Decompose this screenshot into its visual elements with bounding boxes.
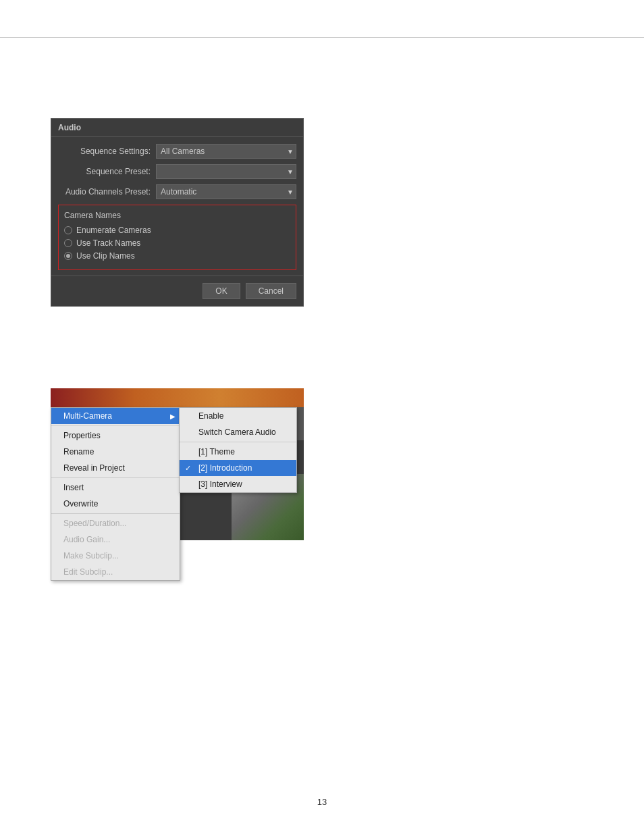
- interview-label: [3] Interview: [198, 479, 242, 489]
- context-submenu: Enable Switch Camera Audio [1] Theme ✓ […: [179, 407, 297, 493]
- context-menu-properties[interactable]: Properties: [51, 427, 180, 444]
- submenu-interview[interactable]: [3] Interview: [180, 476, 296, 492]
- context-menu-edit-subclip: Edit Subclip...: [51, 564, 180, 580]
- context-menu-overwrite[interactable]: Overwrite: [51, 496, 180, 512]
- reveal-in-project-label: Reveal in Project: [63, 463, 125, 473]
- audio-channels-select[interactable]: Automatic: [156, 184, 296, 199]
- enable-label: Enable: [198, 411, 223, 421]
- context-menu-multi-camera[interactable]: ▶ Multi-Camera: [51, 408, 180, 424]
- context-menu-reveal-in-project[interactable]: Reveal in Project: [51, 460, 180, 476]
- top-border: [0, 37, 644, 38]
- context-menu-divider-1: [51, 425, 180, 426]
- introduction-label: [2] Introduction: [198, 463, 252, 473]
- context-menu-audio-gain: Audio Gain...: [51, 531, 180, 548]
- context-menu-make-subclip: Make Subclip...: [51, 548, 180, 564]
- edit-subclip-label: Edit Subclip...: [63, 567, 113, 577]
- sequence-preset-label: Sequence Preset:: [58, 167, 156, 176]
- page-number: 13: [317, 797, 327, 807]
- timeline-top-bar: [51, 388, 304, 407]
- switch-camera-audio-label: Switch Camera Audio: [198, 427, 276, 437]
- context-menu-divider-2: [51, 477, 180, 478]
- radio-use-track-names-btn[interactable]: [64, 239, 72, 247]
- radio-enumerate-cameras[interactable]: Enumerate Cameras: [64, 226, 290, 235]
- context-menu-divider-3: [51, 513, 180, 514]
- submenu-introduction[interactable]: ✓ [2] Introduction: [180, 460, 296, 476]
- radio-use-clip-names[interactable]: Use Clip Names: [64, 251, 290, 261]
- submenu-enable[interactable]: Enable: [180, 408, 296, 424]
- radio-use-clip-names-btn[interactable]: [64, 252, 72, 260]
- sequence-settings-label: Sequence Settings:: [58, 147, 156, 156]
- cancel-button[interactable]: Cancel: [246, 283, 296, 299]
- theme-label: [1] Theme: [198, 447, 235, 457]
- speed-duration-label: Speed/Duration...: [63, 519, 126, 528]
- sequence-settings-select[interactable]: All Cameras: [156, 144, 296, 159]
- overwrite-label: Overwrite: [63, 499, 98, 509]
- radio-use-track-names-label: Use Track Names: [76, 238, 140, 248]
- sequence-preset-select[interactable]: [156, 164, 296, 179]
- multi-camera-label: Multi-Camera: [63, 411, 112, 421]
- audio-dialog-footer: OK Cancel: [51, 276, 303, 306]
- ok-button[interactable]: OK: [203, 283, 240, 299]
- context-menu-speed-duration: Speed/Duration...: [51, 515, 180, 531]
- audio-gain-label: Audio Gain...: [63, 535, 110, 544]
- introduction-check: ✓: [185, 464, 191, 473]
- submenu-divider-1: [180, 442, 296, 442]
- rename-label: Rename: [63, 447, 94, 457]
- radio-use-track-names[interactable]: Use Track Names: [64, 238, 290, 248]
- sequence-preset-row: Sequence Preset: ▼: [58, 164, 296, 179]
- make-subclip-label: Make Subclip...: [63, 551, 119, 561]
- insert-label: Insert: [63, 483, 84, 492]
- multi-camera-arrow: ▶: [170, 413, 176, 420]
- audio-dialog-title: Audio: [51, 119, 303, 137]
- radio-enumerate-cameras-label: Enumerate Cameras: [76, 226, 151, 235]
- audio-channels-label: Audio Channels Preset:: [58, 187, 156, 197]
- sequence-settings-row: Sequence Settings: All Cameras ▼: [58, 144, 296, 159]
- sequence-preset-select-wrapper[interactable]: ▼: [156, 164, 296, 179]
- radio-enumerate-cameras-btn[interactable]: [64, 226, 72, 234]
- audio-channels-row: Audio Channels Preset: Automatic ▼: [58, 184, 296, 199]
- audio-settings-dialog: Audio Sequence Settings: All Cameras ▼ S…: [51, 118, 304, 307]
- radio-use-clip-names-label: Use Clip Names: [76, 251, 135, 261]
- submenu-theme[interactable]: [1] Theme: [180, 444, 296, 460]
- audio-channels-select-wrapper[interactable]: Automatic ▼: [156, 184, 296, 199]
- audio-dialog-body: Sequence Settings: All Cameras ▼ Sequenc…: [51, 137, 303, 270]
- sequence-settings-select-wrapper[interactable]: All Cameras ▼: [156, 144, 296, 159]
- submenu-switch-camera-audio[interactable]: Switch Camera Audio: [180, 424, 296, 440]
- camera-names-title: Camera Names: [64, 211, 290, 220]
- context-menu-rename[interactable]: Rename: [51, 444, 180, 460]
- context-menu-insert[interactable]: Insert: [51, 479, 180, 496]
- camera-names-section: Camera Names Enumerate Cameras Use Track…: [58, 205, 296, 270]
- context-menu-left: ▶ Multi-Camera Properties Rename Reveal …: [51, 407, 180, 581]
- properties-label: Properties: [63, 431, 101, 440]
